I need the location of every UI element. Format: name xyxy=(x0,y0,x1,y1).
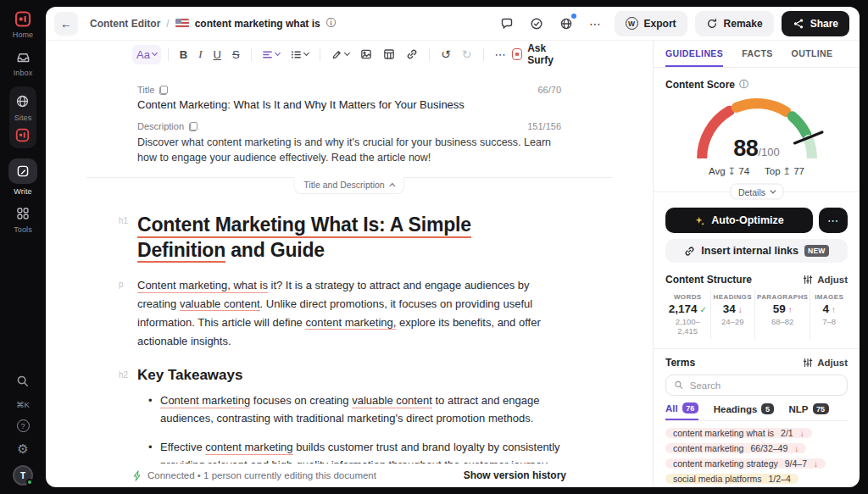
link-button[interactable] xyxy=(402,45,422,64)
globe-sites-icon[interactable] xyxy=(14,92,31,109)
toolbar-more-button[interactable]: ⋯ xyxy=(490,45,509,64)
doc-bullet-list[interactable]: Content marketing focuses on creating va… xyxy=(137,392,561,463)
globe-settings-icon[interactable] xyxy=(555,13,577,35)
content-structure-title: Content Structure xyxy=(665,274,752,286)
sidebar-label-write: Write xyxy=(14,187,31,196)
doc-h2[interactable]: Key Takeaways xyxy=(137,367,561,384)
page-info-icon[interactable]: ⓘ xyxy=(326,16,337,31)
term-chip[interactable]: content marketing66/32–49↓ xyxy=(665,443,806,453)
breadcrumb-page-title[interactable]: content marketing what is xyxy=(195,18,320,30)
panel-tab-outline[interactable]: OUTLINE xyxy=(792,48,833,65)
structure-adjust-button[interactable]: Adjust xyxy=(803,275,848,285)
wordpress-icon: W xyxy=(626,17,638,30)
terms-search-input[interactable] xyxy=(690,380,839,391)
table-button[interactable] xyxy=(379,45,399,64)
content-score-gauge: 88/100 xyxy=(682,94,832,158)
term-chip[interactable]: content marketing what is2/1↓ xyxy=(665,428,812,438)
strikethrough-button[interactable]: S xyxy=(228,45,244,64)
terms-tab-all[interactable]: All76 xyxy=(665,402,698,420)
redo-button[interactable]: ↻ xyxy=(458,44,476,64)
terms-title: Terms xyxy=(665,357,695,369)
details-dropdown[interactable]: Details xyxy=(730,184,783,200)
sidebar-item-tools[interactable]: Tools xyxy=(14,205,32,234)
doc-h1[interactable]: Content Marketing What Is: A Simple Defi… xyxy=(137,213,561,263)
description-field[interactable]: Discover what content marketing is and w… xyxy=(137,135,561,165)
text-style-dropdown[interactable]: Aa xyxy=(132,45,161,64)
term-chip[interactable]: social media platforms1/2–4 xyxy=(665,474,798,484)
surfer-site-icon[interactable] xyxy=(14,126,31,143)
list-dropdown[interactable] xyxy=(287,46,313,64)
connected-lightning-icon xyxy=(132,470,142,481)
app-sidebar: Home Inbox Sites Write Tools ⌘K ? ⚙ xyxy=(0,0,46,494)
user-avatar[interactable]: T xyxy=(13,465,33,486)
sidebar-item-write[interactable]: Write xyxy=(8,158,37,196)
settings-gear-icon[interactable]: ⚙ xyxy=(17,442,28,455)
export-button[interactable]: W Export xyxy=(615,11,687,36)
terms-tab-count-badge: 75 xyxy=(813,403,829,414)
editor-scroll-area[interactable]: Title 66/70 Content Marketing: What Is I… xyxy=(46,68,653,463)
sidebar-label-tools: Tools xyxy=(14,225,32,234)
sidebar-item-home[interactable]: Home xyxy=(13,10,33,39)
auto-optimize-button[interactable]: Auto-Optimize xyxy=(665,208,813,233)
align-dropdown[interactable] xyxy=(258,46,284,64)
breadcrumb-app[interactable]: Content Editor xyxy=(90,18,160,30)
us-flag-icon xyxy=(175,19,189,28)
show-version-history-link[interactable]: Show version history xyxy=(464,469,566,481)
term-chip[interactable]: content marketing strategy9/4–7↓ xyxy=(665,458,826,469)
bold-button[interactable]: B xyxy=(175,45,192,64)
ask-surfy-button[interactable]: Ask Surfy xyxy=(512,42,566,66)
doc-block: h2Key Takeaways xyxy=(137,367,561,384)
terms-adjust-button[interactable]: Adjust xyxy=(803,358,848,368)
title-description-collapse[interactable]: Title and Description xyxy=(293,177,404,194)
top-max-icon: ↥ xyxy=(783,166,792,176)
panel-tab-guidelines[interactable]: GUIDELINES xyxy=(665,48,723,67)
image-button[interactable] xyxy=(356,45,376,64)
underline-button[interactable]: U xyxy=(209,45,225,64)
italic-button[interactable]: I xyxy=(194,44,206,64)
description-field-label: Description xyxy=(137,121,184,131)
term-chip-text: content marketing what is xyxy=(673,428,774,438)
share-icon xyxy=(793,18,804,30)
title-field[interactable]: Content Marketing: What Is It and Why It… xyxy=(137,98,561,111)
back-button[interactable]: ← xyxy=(54,12,78,36)
doc-block: pContent marketing, what is it? It is a … xyxy=(137,276,561,350)
comments-icon[interactable] xyxy=(496,13,518,35)
auto-optimize-more-button[interactable]: ⋯ xyxy=(819,208,848,233)
copy-description-icon[interactable] xyxy=(189,122,198,131)
share-button[interactable]: Share xyxy=(782,11,849,36)
term-highlight: content marketing, xyxy=(305,316,396,330)
surfy-mascot-icon xyxy=(512,48,522,60)
check-circle-icon[interactable] xyxy=(526,13,548,35)
list-icon xyxy=(291,49,302,60)
terms-tab-nlp[interactable]: NLP75 xyxy=(789,402,829,420)
doc-bullet-item[interactable]: Effective content marketing builds custo… xyxy=(160,439,561,463)
stat-target-range: 68–82 xyxy=(757,317,808,326)
document-body[interactable]: h1Content Marketing What Is: A Simple De… xyxy=(137,213,561,463)
block-type-gutter-label: h1 xyxy=(119,216,128,225)
inbox-icon xyxy=(14,48,31,65)
help-icon[interactable]: ? xyxy=(17,419,30,432)
doc-bullet-item[interactable]: Content marketing focuses on creating va… xyxy=(160,392,561,428)
undo-button[interactable]: ↺ xyxy=(437,44,455,64)
terms-tab-count-badge: 76 xyxy=(682,402,698,414)
chevron-down-icon xyxy=(770,187,776,193)
score-info-icon[interactable]: ⓘ xyxy=(739,78,748,91)
table-icon xyxy=(383,48,395,60)
more-options-icon[interactable]: ⋯ xyxy=(585,13,607,35)
title-field-label: Title xyxy=(137,85,154,95)
doc-p[interactable]: Content marketing, what is it? It is a s… xyxy=(137,276,561,350)
insert-internal-links-button[interactable]: Insert internal links NEW xyxy=(665,239,848,263)
term-chip-count: 2/1 xyxy=(781,428,793,438)
term-highlight: valuable content xyxy=(180,297,260,312)
panel-tab-facts[interactable]: FACTS xyxy=(742,48,772,65)
terms-tab-label: Headings xyxy=(714,404,758,414)
copy-title-icon[interactable] xyxy=(159,86,168,95)
remake-button[interactable]: Remake xyxy=(695,11,774,36)
stat-value: 59↑ xyxy=(757,303,808,315)
pen-dropdown[interactable] xyxy=(327,46,353,64)
sidebar-item-inbox[interactable]: Inbox xyxy=(14,48,33,77)
stat-value: 34↓ xyxy=(713,303,754,315)
search-icon[interactable] xyxy=(14,373,31,390)
terms-tab-headings[interactable]: Headings5 xyxy=(714,402,774,420)
write-icon xyxy=(8,158,37,184)
